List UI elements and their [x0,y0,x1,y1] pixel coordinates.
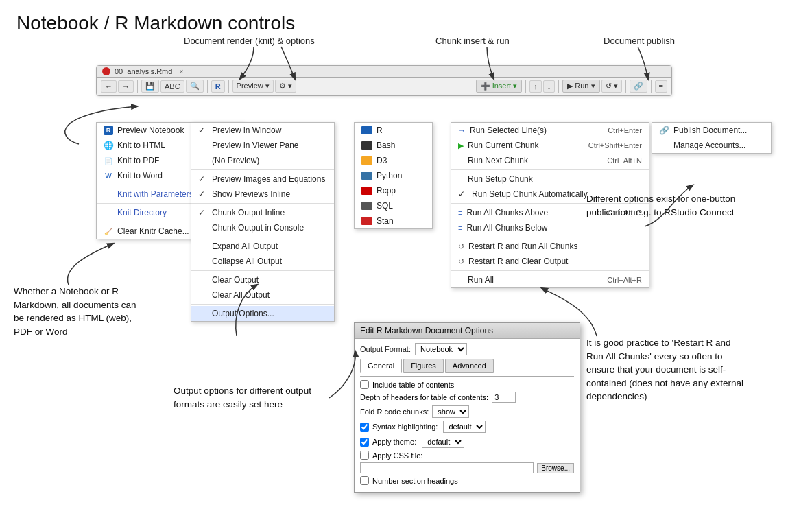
btn-save[interactable]: 💾 [141,80,159,93]
publish-icon: 🔗 [659,126,669,135]
lang-stan-icon [361,217,372,225]
annotation-output-options: Output options for different output form… [174,384,331,411]
menu-lang-sql[interactable]: SQL [355,198,432,213]
sep5 [558,80,559,93]
btn-preview[interactable]: Preview ▾ [232,80,274,93]
menu-lang-r[interactable]: R [355,123,432,138]
menu-run-current[interactable]: ▶ Run Current Chunk Ctrl+Shift+Enter [451,138,649,153]
toolbar-tab: 00_analysis.Rmd × [97,66,671,78]
lang-rcpp-icon [361,187,372,195]
menu-clear-all-output[interactable]: ✓ Clear All Output [191,287,334,303]
globe-icon: 🌐 [104,141,114,150]
tab-general[interactable]: General [360,359,402,373]
select-apply-theme[interactable]: default [422,436,464,448]
label-fold-chunks: Fold R code chunks: [360,407,429,416]
checkbox-syntax-hl[interactable] [360,423,369,432]
btn-fwd[interactable]: → [118,80,134,93]
menu-restart-clear[interactable]: ↺ Restart R and Clear Output [451,254,649,269]
select-syntax-hl[interactable]: default [443,421,486,433]
menu-show-previews-inline[interactable]: ✓ Show Previews Inline [191,187,334,202]
sep-prev-5 [191,304,334,305]
btn-r[interactable]: R [211,80,225,93]
btn-insert[interactable]: ➕ Insert ▾ [476,80,523,93]
menu-run-next[interactable]: ▶ Run Next Chunk Ctrl+Alt+N [451,153,649,168]
menu-run-setup[interactable]: ▶ Run Setup Chunk [451,172,649,187]
menu-publish-doc[interactable]: 🔗 Publish Document... [652,123,771,138]
btn-find[interactable]: 🔍 [186,80,204,93]
btn-publish[interactable]: 🔗 [630,80,647,93]
annotation-publish: Different options exist for one-button p… [586,192,737,219]
dialog-body: Output Format: Notebook General Figures … [355,339,580,492]
r-icon: R [104,126,113,135]
sep4 [525,80,526,93]
input-toc-depth[interactable] [492,392,516,403]
menu-clear-output[interactable]: ✓ Clear Output [191,272,334,287]
field-toc-depth: Depth of headers for table of contents: [360,392,574,403]
output-format-label: Output Format: [360,345,411,353]
tab-advanced[interactable]: Advanced [445,359,494,373]
run-below-icon: ≡ [458,224,462,232]
menu-run-selected[interactable]: → Run Selected Line(s) Ctrl+Enter [451,123,649,138]
menu-preview-none[interactable]: ✓ (No Preview) [191,153,334,168]
menu-preview-images[interactable]: ✓ Preview Images and Equations [191,172,334,187]
check-chunk-inline: ✓ [198,208,208,217]
input-css-path[interactable] [360,462,534,473]
btn-down[interactable]: ↓ [543,80,556,93]
btn-restart[interactable]: ↺ ▾ [601,80,622,93]
menu-lang-d3[interactable]: D3 [355,153,432,168]
menu-lang-stan[interactable]: Stan [355,213,432,228]
output-options-dialog: Edit R Markdown Document Options Output … [354,322,580,493]
menu-manage-accounts[interactable]: 🔗 Manage Accounts... [652,138,771,153]
toolbar: 00_analysis.Rmd × ← → 💾 ABC 🔍 R Preview … [96,65,672,96]
menu-lang-python[interactable]: Python [355,168,432,183]
sep2 [207,80,208,93]
menu-expand-output[interactable]: ✓ Expand All Output [191,239,334,254]
menu-preview-viewer[interactable]: ✓ Preview in Viewer Pane [191,138,334,153]
menu-run-below[interactable]: ≡ Run All Chunks Below [451,220,649,235]
menu-lang-bash[interactable]: Bash [355,138,432,153]
menu-chunk-inline[interactable]: ✓ Chunk Output Inline [191,205,334,220]
field-fold-chunks: Fold R code chunks: show [360,405,574,418]
menu-collapse-output[interactable]: ✓ Collapse All Output [191,254,334,269]
tab-figures[interactable]: Figures [403,359,444,373]
dialog-tabs: General Figures Advanced [360,359,574,373]
lang-bash-icon [361,141,372,150]
field-apply-css: Apply CSS file: [360,451,574,460]
menu-preview: ✓ Preview in Window ✓ Preview in Viewer … [191,122,335,322]
sep-prev-3 [191,237,334,237]
sep-prev-2 [191,203,334,204]
btn-spell[interactable]: ABC [160,80,184,93]
checkbox-number-sections[interactable] [360,476,369,485]
menu-run-all[interactable]: ▶ Run All Ctrl+Alt+R [451,272,649,287]
sep-run-3 [451,237,649,237]
annotation-knit-types: Whether a Notebook or R Markdown, all do… [14,285,147,338]
btn-up[interactable]: ↑ [529,80,542,93]
menu-preview-window[interactable]: ✓ Preview in Window [191,123,334,138]
tab-filename[interactable]: 00_analysis.Rmd [115,67,172,75]
menu-lang-rcpp[interactable]: Rcpp [355,183,432,198]
select-fold-chunks[interactable]: show [432,405,469,418]
restart-run-icon: ↺ [458,242,464,251]
output-format-select[interactable]: Notebook [415,343,467,355]
btn-settings[interactable]: ⚙ ▾ [275,80,296,93]
run-current-icon: ▶ [458,141,464,150]
tab-close[interactable]: × [179,68,183,75]
btn-menu[interactable]: ≡ [655,80,667,93]
annotation-restart: It is good practice to 'Restart R and Ru… [586,336,744,403]
menu-output-options[interactable]: ✓ Output Options... [191,306,334,321]
menu-chunk-console[interactable]: ✓ Chunk Output in Console [191,220,334,235]
run-selected-icon: → [458,126,466,134]
checkbox-apply-theme[interactable] [360,438,369,447]
menu-restart-run-all[interactable]: ↺ Restart R and Run All Chunks [451,239,649,254]
field-css-browse: Browse... [360,462,574,473]
lang-d3-icon [361,156,372,165]
btn-run[interactable]: ▶ Run ▾ [562,80,599,93]
checkbox-apply-css[interactable] [360,451,369,460]
field-apply-theme: Apply theme: default [360,436,574,448]
label-toc: Include table of contents [372,381,454,389]
label-toc-depth: Depth of headers for table of contents: [360,393,488,401]
checkbox-toc[interactable] [360,380,369,389]
btn-back[interactable]: ← [101,80,117,93]
field-syntax-hl: Syntax highlighting: default [360,421,574,433]
browse-button[interactable]: Browse... [537,463,574,473]
